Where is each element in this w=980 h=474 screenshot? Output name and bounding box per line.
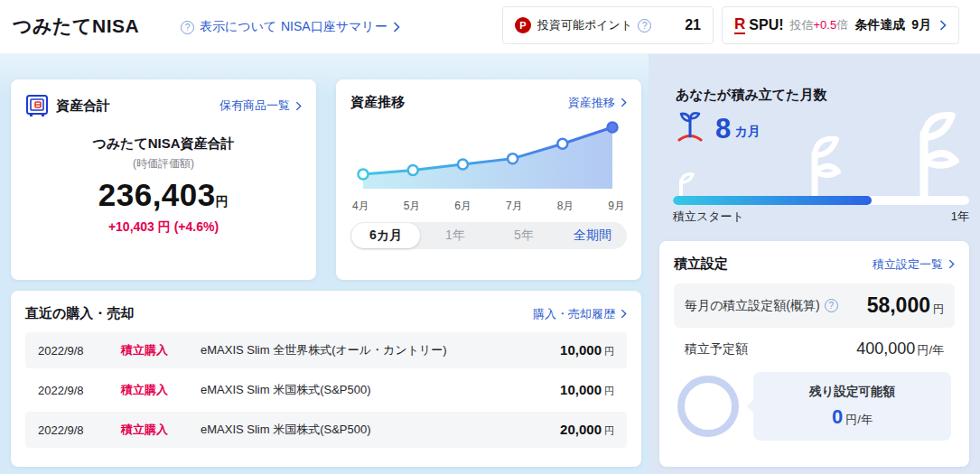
asset-trend-chart: 4月5月6月7月8月9月 (350, 115, 627, 214)
months-unit: カ月 (734, 124, 760, 143)
fund-name: eMAXIS Slim 米国株式(S&P500) (201, 382, 560, 398)
progress-end-label: 1年 (951, 209, 969, 225)
remaining-amount: 0円/年 (762, 405, 942, 429)
transaction-amount: 10,000円 (560, 342, 614, 358)
monthly-reserve-row: 毎月の積立設定額(概算) ? 58,000円 (674, 283, 955, 328)
tab-1year[interactable]: 1年 (421, 222, 490, 249)
asset-subtitle: つみたてNISA資産合計 (25, 135, 302, 153)
month-label: 7月 (506, 199, 523, 214)
points-help-icon[interactable]: ? (638, 19, 651, 33)
asset-note: (時価評価額) (25, 156, 302, 172)
asset-total-card: 資産合計 保有商品一覧 つみたてNISA資産合計 (時価評価額) 236,403… (11, 79, 316, 280)
monthly-reserve-amount: 58,000円 (867, 293, 944, 318)
point-icon: P (515, 17, 531, 33)
transaction-type: 積立購入 (121, 422, 201, 438)
reserve-settings-title: 積立設定 (674, 256, 728, 273)
month-label: 4月 (352, 199, 369, 214)
reserve-settings-list-link[interactable]: 積立設定一覧 (873, 256, 955, 273)
line-chart (350, 115, 627, 194)
plant-large-illustration (892, 108, 969, 204)
holdings-list-link[interactable]: 保有商品一覧 (219, 98, 302, 114)
table-row: 2022/9/8 積立購入 eMAXIS Slim 米国株式(S&P500) 2… (25, 412, 627, 448)
points-value: 21 (685, 17, 701, 33)
spu-status: 条件達成9月 (854, 17, 931, 33)
month-label: 8月 (557, 199, 574, 214)
table-row: 2022/9/8 積立購入 eMAXIS Slim 米国株式(S&P500) 1… (25, 372, 627, 408)
month-label: 6月 (454, 199, 471, 214)
spu-bonus-rate: +0.5 (814, 18, 837, 32)
asset-trend-link[interactable]: 資産推移 (568, 95, 627, 111)
remaining-label: 残り設定可能額 (762, 384, 942, 400)
yearly-reserve-label: 積立予定額 (685, 341, 748, 358)
reserve-settings-card: 積立設定 積立設定一覧 毎月の積立設定額(概算) ? 58,000円 積立予定額… (659, 241, 969, 467)
spu-program-label: SPU! (749, 17, 783, 33)
asset-trend-title: 資産推移 (350, 94, 405, 111)
recent-transactions-card: 直近の購入・売却 購入・売却履歴 2022/9/8 積立購入 eMAXIS Sl… (11, 291, 641, 467)
remaining-amount-bubble: 残り設定可能額 0円/年 (753, 372, 951, 441)
progress-fill (673, 196, 872, 205)
monthly-reserve-label: 毎月の積立設定額(概算) ? (685, 298, 838, 314)
tsumitate-nisa-page: つみたてNISA ? 表示について NISA口座サマリー P 投資可能ポイント … (0, 0, 980, 474)
period-tab-bar: 6カ月 1年 5年 全期間 (350, 222, 627, 249)
transaction-date: 2022/9/8 (38, 384, 121, 397)
display-about-link[interactable]: ? 表示について (181, 19, 276, 35)
asset-total-title: 資産合計 (56, 98, 110, 115)
recent-transactions-title: 直近の購入・売却 (25, 305, 134, 322)
transaction-amount: 10,000円 (560, 382, 614, 398)
spu-status-box[interactable]: R SPU! 投信+0.5倍 条件達成9月 (722, 6, 959, 44)
tab-5years[interactable]: 5年 (490, 222, 558, 249)
asset-amount: 236,403円 (25, 177, 302, 213)
monthly-reserve-help-icon[interactable]: ? (825, 299, 838, 312)
top-header: つみたてNISA ? 表示について NISA口座サマリー P 投資可能ポイント … (0, 0, 980, 54)
tab-6months[interactable]: 6カ月 (351, 223, 420, 248)
page-title: つみたてNISA (13, 14, 139, 39)
yearly-reserve-amount: 400,000円/年 (856, 339, 944, 358)
chevron-right-icon (621, 98, 627, 107)
spu-detail: 投信+0.5倍 (790, 17, 849, 33)
asset-change: +10,403 円 (+4.6%) (25, 219, 302, 236)
sprout-icon (676, 110, 705, 143)
month-label: 5月 (404, 199, 421, 214)
transactions-list: 2022/9/8 積立購入 eMAXIS Slim 全世界株式(オール・カントリ… (25, 332, 627, 448)
chevron-right-icon (948, 259, 955, 269)
nisa-account-summary-link[interactable]: NISA口座サマリー (281, 19, 400, 35)
yearly-reserve-row: 積立予定額 400,000円/年 (674, 328, 955, 367)
nisa-account-summary-label: NISA口座サマリー (281, 19, 387, 35)
chevron-right-icon (621, 309, 627, 319)
chevron-right-icon (393, 22, 400, 33)
progress-start-label: 積立スタート (673, 209, 744, 225)
chevron-right-icon (295, 101, 302, 111)
display-about-label: 表示について (200, 19, 276, 35)
points-label: 投資可能ポイント (537, 17, 632, 33)
months-value: 8 (715, 115, 731, 143)
months-panel-title: あなたが積み立てた月数 (676, 87, 826, 104)
progress-labels: 積立スタート 1年 (673, 209, 969, 225)
fund-name: eMAXIS Slim 米国株式(S&P500) (201, 422, 560, 438)
tab-all-period[interactable]: 全期間 (558, 222, 627, 249)
investable-points-box: P 投資可能ポイント ? 21 (502, 6, 714, 44)
safe-icon (25, 94, 49, 117)
months-count: 8 カ月 (676, 110, 761, 143)
table-row: 2022/9/8 積立購入 eMAXIS Slim 全世界株式(オール・カントリ… (25, 332, 627, 368)
transaction-type: 積立購入 (121, 382, 201, 398)
transaction-date: 2022/9/8 (38, 344, 121, 358)
fund-name: eMAXIS Slim 全世界株式(オール・カントリー) (201, 342, 560, 358)
accumulation-progress-bar (673, 196, 969, 205)
help-icon: ? (181, 21, 194, 34)
transaction-amount: 20,000円 (560, 422, 614, 438)
asset-trend-card: 資産推移 資産推移 4月5月6月7月8月9月 6カ月 1年 (336, 79, 641, 280)
transaction-date: 2022/9/8 (38, 423, 121, 437)
plant-medium-illustration (791, 132, 847, 204)
chart-x-axis-labels: 4月5月6月7月8月9月 (350, 199, 627, 214)
month-label: 9月 (608, 199, 625, 214)
transaction-type: 積立購入 (121, 342, 201, 358)
remaining-donut-ring (677, 376, 739, 437)
chevron-right-icon (939, 20, 947, 31)
rakuten-logo-icon: R (734, 16, 745, 34)
transaction-history-link[interactable]: 購入・売却履歴 (533, 306, 627, 322)
